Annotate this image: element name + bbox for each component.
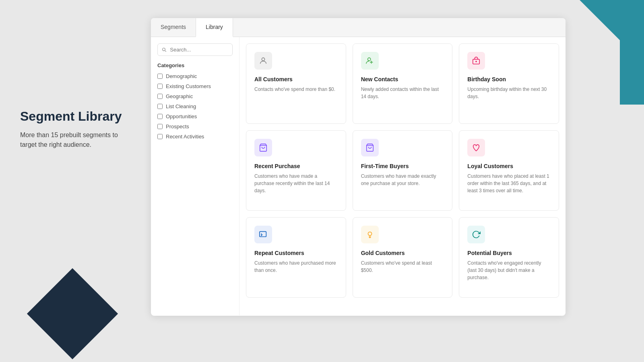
category-item-prospects[interactable]: Prospects [157,123,233,130]
category-label-prospects: Prospects [166,123,189,130]
page-title: Segment Library [20,109,133,124]
segment-desc-potential-buyers: Contacts who've engaged recently (last 3… [467,259,551,281]
svg-line-1 [165,50,166,51]
segment-card-new-contacts[interactable]: New ContactsNewly added contacts within … [353,43,453,124]
segment-title-birthday-soon: Birthday Soon [467,76,551,82]
checkbox-recent-activities[interactable] [157,134,163,139]
category-item-existing-customers[interactable]: Existing Customers [157,83,233,89]
checkbox-existing-customers[interactable] [157,84,163,89]
checkbox-demographic[interactable] [157,74,163,79]
svg-point-3 [367,58,370,61]
segment-card-potential-buyers[interactable]: Potential BuyersContacts who've engaged … [459,217,559,298]
segment-card-recent-purchase[interactable]: Recent PurchaseCustomers who have made a… [246,130,346,211]
segment-card-birthday-soon[interactable]: Birthday SoonUpcoming birthday within th… [459,43,559,124]
segment-title-new-contacts: New Contacts [361,76,444,82]
content-area: Categories DemographicExisting Customers… [151,37,566,315]
bg-teal-rect [620,24,644,105]
sidebar: Categories DemographicExisting Customers… [151,37,239,315]
segment-desc-repeat-customers: Customers who have purchased more than o… [254,259,338,274]
segment-icon-repeat-customers [254,226,272,243]
segment-title-recent-purchase: Recent Purchase [254,163,338,169]
segment-title-gold-customers: Gold Customers [361,250,444,256]
category-item-geographic[interactable]: Geographic [157,93,233,99]
segment-desc-gold-customers: Customers who've spend at least $500. [361,259,444,274]
category-label-recent-activities: Recent Activities [166,134,204,140]
page-description: More than 15 prebuilt segments to target… [20,130,133,150]
segment-title-first-time-buyers: First-Time Buyers [361,163,444,169]
category-label-demographic: Demographic [166,73,197,79]
svg-point-2 [262,58,264,61]
category-label-existing-customers: Existing Customers [166,83,211,89]
segment-icon-new-contacts [361,52,379,70]
left-panel: Segment Library More than 15 prebuilt se… [20,109,133,150]
segment-desc-recent-purchase: Customers who have made a purchase recen… [254,173,338,194]
segment-title-loyal-customers: Loyal Customers [467,163,551,169]
category-label-list-cleaning: List Cleaning [166,103,196,109]
segment-card-loyal-customers[interactable]: Loyal CustomersCustomers have who placed… [459,130,559,211]
tab-segments[interactable]: Segments [151,18,196,37]
svg-rect-11 [260,232,266,237]
checkbox-geographic[interactable] [157,94,163,99]
segment-card-all-customers[interactable]: All CustomersContacts who've spend more … [246,43,346,124]
checkbox-prospects[interactable] [157,124,163,129]
search-box[interactable] [157,43,233,56]
segment-desc-first-time-buyers: Customers who have made exactly one purc… [361,173,444,187]
category-item-opportunities[interactable]: Opportunities [157,113,233,119]
category-label-geographic: Geographic [166,93,193,99]
category-label-opportunities: Opportunities [166,113,197,119]
segment-icon-birthday-soon [467,52,485,70]
segment-title-potential-buyers: Potential Buyers [467,250,551,256]
segment-card-first-time-buyers[interactable]: First-Time BuyersCustomers who have made… [353,130,453,211]
categories-list: DemographicExisting CustomersGeographicL… [157,73,233,140]
segment-grid: All CustomersContacts who've spend more … [239,37,566,315]
segment-icon-recent-purchase [254,139,272,156]
svg-point-12 [368,232,372,236]
segment-icon-loyal-customers [467,139,485,156]
segment-icon-all-customers [254,52,272,70]
categories-label: Categories [157,62,233,68]
segment-desc-new-contacts: Newly added contacts within the last 14 … [361,86,444,100]
segment-icon-first-time-buyers [361,139,379,156]
checkbox-list-cleaning[interactable] [157,104,163,109]
segment-card-repeat-customers[interactable]: Repeat CustomersCustomers who have purch… [246,217,346,298]
category-item-list-cleaning[interactable]: List Cleaning [157,103,233,109]
bg-dark-diamond [27,268,118,359]
segment-card-gold-customers[interactable]: Gold CustomersCustomers who've spend at … [353,217,453,298]
segment-title-all-customers: All Customers [254,76,338,82]
search-input[interactable] [170,47,228,53]
category-item-demographic[interactable]: Demographic [157,73,233,79]
svg-point-0 [163,48,165,51]
tab-library[interactable]: Library [196,18,233,37]
search-icon [162,47,167,53]
main-card: Segments Library Categories DemographicE… [151,18,566,316]
segment-desc-all-customers: Contacts who've spend more than $0. [254,86,338,93]
tabs-bar: Segments Library [151,18,566,37]
segment-desc-loyal-customers: Customers have who placed at least 1 ord… [467,173,551,194]
segment-title-repeat-customers: Repeat Customers [254,250,338,256]
category-item-recent-activities[interactable]: Recent Activities [157,134,233,140]
checkbox-opportunities[interactable] [157,114,163,119]
segment-icon-gold-customers [361,226,379,243]
segment-desc-birthday-soon: Upcoming birthday within the next 30 day… [467,86,551,100]
segment-icon-potential-buyers [467,226,485,243]
